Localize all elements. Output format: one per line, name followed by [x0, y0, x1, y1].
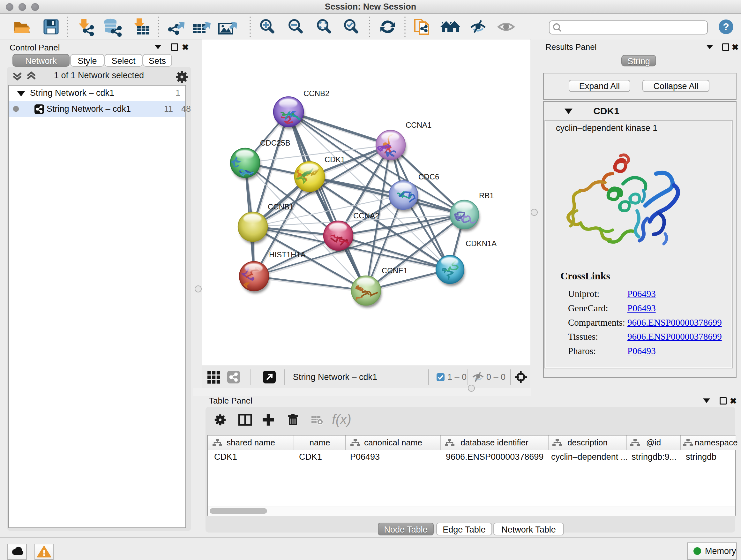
svg-text:CDC25B: CDC25B: [260, 138, 290, 147]
svg-text:CCNA2: CCNA2: [353, 211, 379, 220]
svg-text:CDKN1A: CDKN1A: [466, 239, 496, 248]
svg-text:String Network – cdk1: String Network – cdk1: [293, 372, 377, 382]
svg-text:CDC6: CDC6: [418, 172, 439, 181]
svg-text:CDK1: CDK1: [325, 155, 345, 164]
svg-text:0 – 0: 0 – 0: [486, 372, 506, 382]
svg-text:CCNA1: CCNA1: [406, 121, 431, 129]
svg-text:RB1: RB1: [479, 191, 494, 200]
svg-text:f(x): f(x): [332, 412, 351, 427]
svg-text:CCNB1: CCNB1: [268, 202, 293, 211]
svg-text:CCNE1: CCNE1: [382, 266, 408, 275]
svg-text:?: ?: [723, 21, 729, 33]
svg-text:HIST1H1A: HIST1H1A: [269, 250, 306, 259]
svg-text:CCNB2: CCNB2: [304, 89, 329, 98]
svg-text:1 – 0: 1 – 0: [448, 372, 467, 382]
